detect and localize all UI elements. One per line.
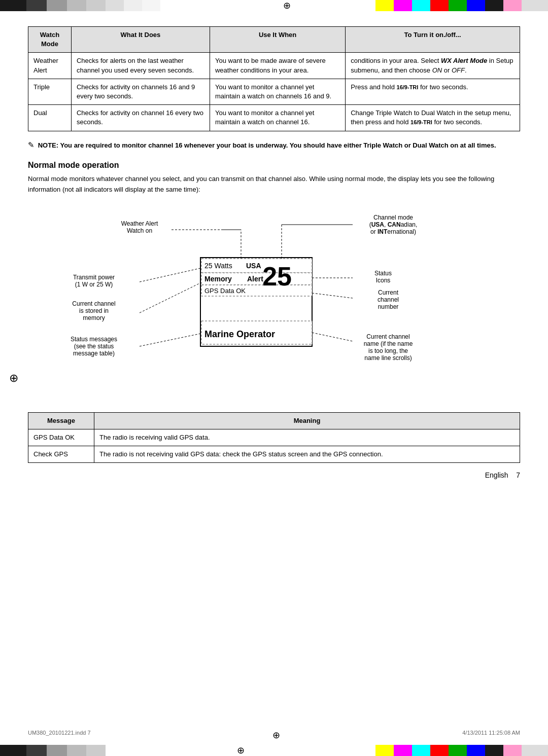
table-row-gps-ok: GPS Data OK The radio is receiving valid… [28,429,520,446]
cell-weather-mode: Weather Alert [28,53,72,79]
btm-black1 [0,745,26,756]
btm-magenta [394,745,412,756]
footer-bar: UM380_20101221.indd 7 ⊕ 4/13/2011 11:25:… [0,730,548,741]
btm-white-left [106,745,228,756]
svg-text:is too long, the: is too long, the [368,347,408,354]
btm-gray3 [86,745,106,756]
cell-check-gps-meaning: The radio is not receiving valid GPS dat… [94,446,520,462]
cell-gps-ok-meaning: The radio is receiving valid GPS data. [94,429,520,446]
btm-reg-mark: ⊕ [228,745,253,756]
btm-black2 [26,745,47,756]
svg-text:(see the status: (see the status [74,343,114,350]
color-block-yellow [375,0,394,11]
footer-right: 4/13/2011 11:25:08 AM [462,730,520,741]
color-block-gray5 [124,0,142,11]
normal-mode-title: Normal mode operation [28,161,520,170]
color-block-cyan [412,0,430,11]
diagram-svg: 25 Watts USA Memory Alert GPS Data OK 25… [28,204,520,402]
svg-text:(USA, CANadian,: (USA, CANadian, [369,221,418,228]
footer-left: UM380_20101221.indd 7 [28,730,91,741]
btm-gray2 [67,745,86,756]
col-message: Message [28,412,94,429]
color-block-gray2 [67,0,86,11]
color-block-gray6 [142,0,160,11]
color-block-gray1 [47,0,67,11]
cell-triple-does: Checks for activity on channels 16 and 9… [71,79,210,104]
cell-weather-does: Checks for alerts on the last weather ch… [71,53,210,79]
watch-mode-table: Watch Mode What It Does Use It When To T… [28,26,520,131]
footer-reg-mark-bottom: ⊕ [272,730,280,741]
svg-text:Memory: Memory [204,275,232,283]
color-block-pink [503,0,522,11]
table-row-dual: Dual Checks for activity on channel 16 e… [28,105,520,131]
cell-triple-turn: Press and hold 16/9-TRI for two seconds. [346,79,520,104]
svg-text:Channel mode: Channel mode [373,214,413,221]
color-block-gray4 [106,0,124,11]
top-color-bar: ⊕ [0,0,548,11]
color-block-red [430,0,449,11]
svg-line-24 [140,268,200,282]
cell-dual-does: Checks for activity on channel 16 every … [71,105,210,131]
color-block-blue [467,0,485,11]
svg-line-31 [140,283,200,313]
svg-text:name (if the name: name (if the name [364,340,413,347]
col-header-watch-mode: Watch Mode [28,27,72,53]
note-section: ✎ NOTE: You are required to monitor chan… [28,139,520,151]
cell-dual-when: You want to monitor a channel yet mainta… [210,105,345,131]
cell-dual-mode: Dual [28,105,72,131]
svg-text:Transmit power: Transmit power [73,274,115,281]
btm-cyan [412,745,430,756]
table-row-check-gps: Check GPS The radio is not receiving val… [28,446,520,462]
color-block-black2 [26,0,47,11]
btm-yellow [375,745,394,756]
reg-mark-top: ⊕ [274,0,299,11]
message-table: Message Meaning GPS Data OK The radio is… [28,412,520,463]
table-row-triple: Triple Checks for activity on channels 1… [28,79,520,104]
language-label: English [485,471,508,479]
svg-text:Marine Operator: Marine Operator [204,329,275,339]
svg-text:channel: channel [378,296,399,303]
svg-text:Icons: Icons [376,277,391,284]
svg-text:Current channel: Current channel [366,333,409,340]
color-block-white-right [299,0,375,11]
color-block-ltgray-right [522,0,548,11]
svg-text:GPS Data OK: GPS Data OK [204,287,246,295]
col-meaning: Meaning [94,412,520,429]
svg-text:Status messages: Status messages [71,336,117,343]
cell-dual-turn: Change Triple Watch to Dual Watch in the… [346,105,520,131]
svg-line-39 [140,334,200,346]
color-block-black1 [0,0,26,11]
svg-text:25 Watts: 25 Watts [204,262,232,270]
svg-text:(1 W or 25 W): (1 W or 25 W) [75,281,113,288]
page-number: 7 [516,471,520,479]
note-icon: ✎ [28,140,35,149]
svg-line-32 [312,293,353,298]
diagram-area: 25 Watts USA Memory Alert GPS Data OK 25… [28,204,520,402]
cell-gps-ok-msg: GPS Data OK [28,429,94,446]
page-content: Watch Mode What It Does Use It When To T… [0,11,548,499]
svg-text:Watch on: Watch on [127,227,152,234]
color-block-magenta [394,0,412,11]
cell-triple-mode: Triple [28,79,72,104]
btm-pink [503,745,522,756]
svg-text:Alert: Alert [247,275,263,283]
btm-red [430,745,449,756]
cell-weather-turn: conditions in your area. Select WX Alert… [346,53,520,79]
page-number-area: English 7 [28,471,520,479]
btm-gray1 [47,745,67,756]
svg-text:number: number [378,303,399,310]
svg-text:Weather Alert: Weather Alert [121,220,158,227]
btm-black-right [485,745,503,756]
svg-text:Status: Status [374,270,392,277]
cell-triple-when: You want to monitor a channel yet mainta… [210,79,345,104]
svg-text:message table): message table) [73,350,115,357]
col-header-what-does: What It Does [71,27,210,53]
col-header-turn-on-off: To Turn it on./off... [346,27,520,53]
svg-text:memory: memory [83,314,105,321]
btm-ltgray [522,745,548,756]
btm-green [449,745,467,756]
svg-text:USA: USA [246,262,261,270]
svg-text:or INTernational): or INTernational) [370,228,416,235]
color-block-gray3 [86,0,106,11]
bottom-color-bar: ⊕ [0,745,548,756]
